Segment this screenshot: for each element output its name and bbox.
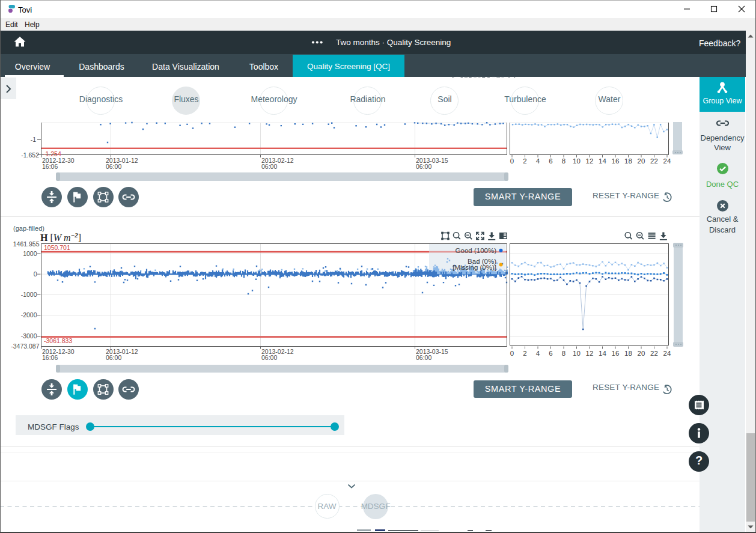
svg-text:4: 4 (536, 350, 540, 357)
svg-text:2: 2 (523, 350, 526, 357)
svg-text:12: 12 (586, 157, 594, 165)
svg-text:06:00: 06:00 (106, 354, 121, 361)
svg-text:16: 16 (612, 157, 620, 165)
svg-text:06:00: 06:00 (416, 163, 431, 170)
svg-text:16:06: 16:06 (42, 354, 58, 361)
svg-text:06:00: 06:00 (106, 163, 121, 170)
svg-text:14: 14 (599, 350, 606, 357)
svg-text:-1: -1 (31, 136, 36, 143)
svg-text:4: 4 (536, 157, 540, 165)
svg-text:16:06: 16:06 (42, 163, 58, 170)
svg-text:22: 22 (650, 350, 658, 357)
svg-text:20: 20 (638, 157, 645, 165)
svg-text:-2000: -2000 (21, 311, 37, 318)
svg-text:12: 12 (586, 350, 594, 357)
svg-text:0: 0 (510, 157, 514, 165)
svg-text:8: 8 (562, 157, 565, 165)
svg-text:-1000: -1000 (21, 291, 37, 298)
svg-text:24: 24 (663, 350, 671, 357)
svg-text:-3000: -3000 (21, 332, 37, 340)
svg-text:2: 2 (523, 157, 526, 165)
svg-text:6: 6 (549, 157, 552, 165)
svg-text:18: 18 (624, 157, 632, 165)
svg-text:16: 16 (612, 350, 620, 357)
svg-text:10: 10 (573, 157, 581, 165)
svg-text:24: 24 (663, 157, 671, 165)
svg-text:1461.955: 1461.955 (13, 240, 40, 248)
svg-text:-1.254: -1.254 (43, 150, 61, 157)
svg-text:6: 6 (549, 350, 552, 357)
svg-text:06:00: 06:00 (261, 354, 277, 361)
svg-text:-1.652: -1.652 (21, 151, 39, 159)
svg-text:14: 14 (599, 157, 606, 165)
svg-text:-3061.833: -3061.833 (44, 337, 72, 344)
svg-text:18: 18 (624, 350, 632, 357)
svg-text:06:00: 06:00 (261, 163, 277, 170)
svg-text:22: 22 (650, 157, 658, 165)
svg-text:8: 8 (562, 350, 565, 357)
svg-text:Good (100%): Good (100%) (456, 247, 497, 254)
svg-text:1000: 1000 (23, 250, 37, 257)
svg-text:1050.701: 1050.701 (44, 244, 70, 251)
svg-text:0: 0 (34, 270, 37, 278)
svg-text:-3473.087: -3473.087 (11, 343, 39, 350)
svg-text:06:00: 06:00 (416, 354, 431, 361)
svg-text:20: 20 (638, 350, 645, 357)
svg-text:10: 10 (573, 350, 581, 357)
svg-text:0: 0 (510, 350, 514, 357)
svg-text:[Missing (0%)]: [Missing (0%)] (453, 264, 496, 271)
